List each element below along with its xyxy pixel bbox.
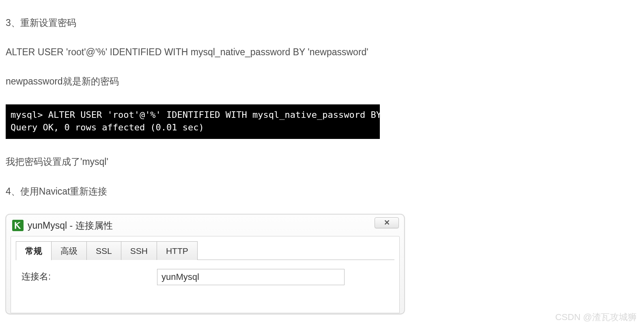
tab-http[interactable]: HTTP <box>157 241 198 260</box>
dialog-title: yunMysql - 连接属性 <box>28 219 113 232</box>
dialog-tabs: 常规 高级 SSL SSH HTTP <box>16 241 394 260</box>
connection-name-input[interactable] <box>157 269 345 285</box>
tab-general[interactable]: 常规 <box>16 241 52 260</box>
form-row-connection-name: 连接名: <box>16 269 394 285</box>
terminal-output: mysql> ALTER USER 'root'@'%' IDENTIFIED … <box>6 104 380 139</box>
navicat-dialog: yunMysql - 连接属性 ✕ 常规 高级 SSL SSH HTTP 连接名… <box>6 214 405 314</box>
csdn-watermark: CSDN @渣瓦攻城狮 <box>555 311 637 324</box>
paragraph-step3-title: 3、重新设置密码 <box>6 16 638 29</box>
paragraph-password-set: 我把密码设置成了'mysql' <box>6 155 638 168</box>
tab-ssh[interactable]: SSH <box>121 241 157 260</box>
dialog-titlebar: yunMysql - 连接属性 ✕ <box>6 215 404 236</box>
paragraph-newpassword-note: newpassword就是新的密码 <box>6 75 638 88</box>
dialog-client-area: 常规 高级 SSL SSH HTTP 连接名: <box>11 236 400 313</box>
close-button[interactable]: ✕ <box>375 217 399 228</box>
navicat-app-icon <box>12 220 24 231</box>
tab-advanced[interactable]: 高级 <box>51 241 87 260</box>
paragraph-sql-command: ALTER USER 'root'@'%' IDENTIFIED WITH my… <box>6 45 638 58</box>
paragraph-step4-title: 4、使用Navicat重新连接 <box>6 185 638 198</box>
tab-ssl[interactable]: SSL <box>86 241 121 260</box>
connection-name-label: 连接名: <box>22 271 157 283</box>
close-icon: ✕ <box>384 218 390 228</box>
